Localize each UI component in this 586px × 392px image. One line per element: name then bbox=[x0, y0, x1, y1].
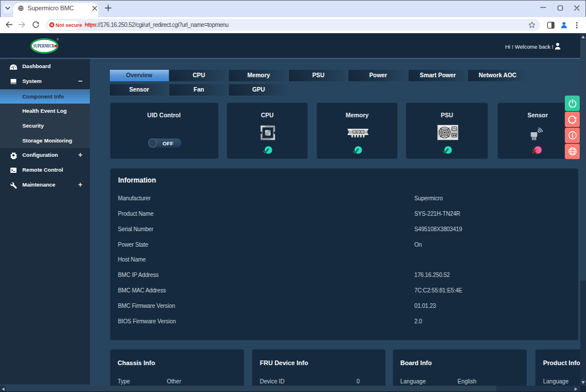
svg-text:SUPERMICR: SUPERMICR bbox=[33, 43, 55, 48]
